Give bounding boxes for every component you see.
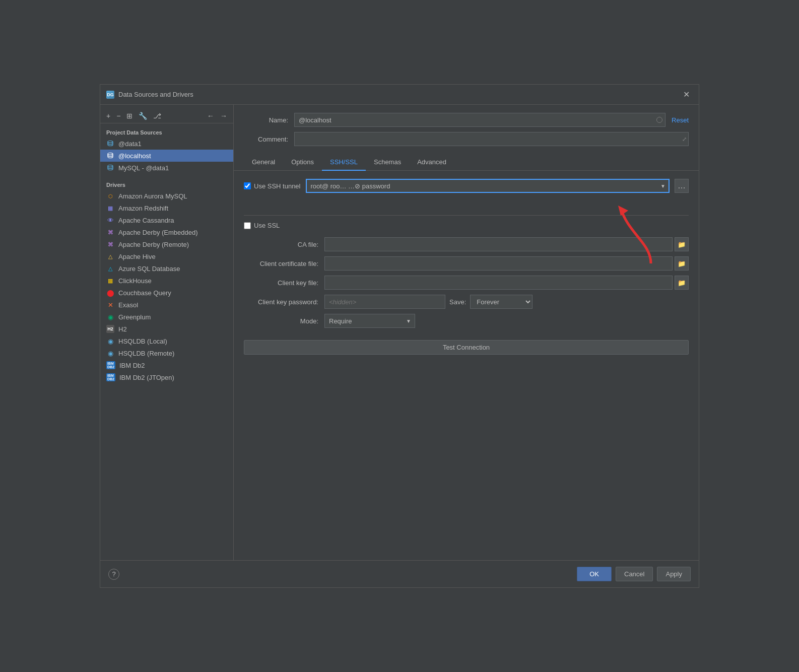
sidebar-item-label-derby-embedded: Apache Derby (Embedded) [118,229,198,236]
sidebar-item-label-ibm-db2-jtopen: IBM Db2 (JTOpen) [119,374,174,381]
copy-button[interactable]: ⊞ [124,111,135,121]
name-label: Name: [244,116,294,124]
client-key-password-input[interactable] [324,295,445,309]
sidebar-item-label-mysql-data1: MySQL - @data1 [118,164,169,172]
client-key-input[interactable] [324,276,673,290]
sidebar-item-label-cassandra: Apache Cassandra [118,217,174,224]
sidebar-item-apache-derby-embedded[interactable]: ⌘ Apache Derby (Embedded) [100,226,233,238]
right-panel-wrap: Name: Reset Comment: ⤢ [234,105,699,560]
ssh-tunnel-text: Use SSH tunnel [254,182,301,190]
sidebar-item-couchbase[interactable]: ⬤ Couchbase Query [100,287,233,299]
expand-icon[interactable]: ⤢ [682,136,687,143]
sidebar-item-clickhouse[interactable]: ▦ ClickHouse [100,275,233,287]
sidebar-item-label-hive: Apache Hive [118,253,156,260]
main-content: + − ⊞ 🔧 ⎇ ← → Project Data Sources [100,105,699,560]
project-section-label: Project Data Sources [100,127,233,138]
client-key-input-wrap: 📁 [324,276,689,290]
sidebar-item-ibm-db2-jtopen[interactable]: IBMDB2 IBM Db2 (JTOpen) [100,371,233,383]
sidebar-item-label-ibm-db2: IBM Db2 [119,362,145,369]
sidebar-item-h2[interactable]: H2 H2 [100,323,233,335]
ibm-db2-icon: IBMDB2 [106,361,115,369]
ok-button[interactable]: OK [577,567,612,581]
ssh-more-button[interactable]: … [675,179,689,193]
svg-point-0 [108,141,113,143]
test-connection-button[interactable]: Test Connection [244,340,689,355]
comment-input[interactable] [294,132,689,146]
tab-schemas[interactable]: Schemas [366,154,409,171]
sidebar-item-label-data1: @data1 [118,140,142,148]
sidebar-item-amazon-aurora-mysql[interactable]: ⬡ Amazon Aurora MySQL [100,190,233,202]
ca-file-folder-button[interactable]: 📁 [675,237,689,251]
name-dot [656,117,662,123]
derby-remote-icon: ⌘ [106,240,114,248]
hsqldb-remote-icon: ◉ [106,349,114,357]
back-button[interactable]: ← [205,111,216,121]
bottom-bar: ? OK Cancel Apply [100,560,699,587]
ssh-dropdown[interactable]: root@ roo… …⊘ password [306,179,670,193]
ssh-tunnel-checkbox[interactable] [244,182,251,189]
sidebar-item-exasol[interactable]: ✕ Exasol [100,299,233,311]
client-cert-input[interactable] [324,256,673,271]
db-icon-data1 [106,140,114,148]
client-cert-folder-button[interactable]: 📁 [675,256,689,271]
sidebar-item-apache-cassandra[interactable]: 👁 Apache Cassandra [100,214,233,226]
sidebar-item-apache-derby-remote[interactable]: ⌘ Apache Derby (Remote) [100,238,233,250]
sidebar-item-azure-sql[interactable]: △ Azure SQL Database [100,262,233,275]
ca-file-label: CA file: [244,241,324,248]
ssl-use-ssl-row: Use SSL [244,222,689,229]
name-input-wrap [294,113,665,127]
remove-button[interactable]: − [114,111,122,121]
close-button[interactable]: ✕ [680,89,693,100]
h2-icon: H2 [106,325,114,333]
settings-button[interactable]: 🔧 [137,111,149,121]
name-input[interactable] [294,113,665,127]
tab-advanced[interactable]: Advanced [409,154,454,171]
sidebar-item-label-azure: Azure SQL Database [118,265,180,273]
ssl-checkbox-label[interactable]: Use SSL [244,222,280,229]
ca-file-row: CA file: 📁 [244,237,689,251]
ssl-checkbox[interactable] [244,222,251,229]
save-dropdown[interactable]: Forever For Session Never [470,295,532,309]
sidebar-item-hsqldb-remote[interactable]: ◉ HSQLDB (Remote) [100,347,233,359]
aurora-icon: ⬡ [106,192,114,200]
apply-button[interactable]: Apply [657,567,691,581]
sidebar: + − ⊞ 🔧 ⎇ ← → Project Data Sources [100,105,234,560]
cancel-button[interactable]: Cancel [616,567,653,581]
help-button[interactable]: ? [108,569,119,580]
sidebar-item-localhost[interactable]: @localhost [100,150,233,162]
dialog: DG Data Sources and Drivers ✕ + − ⊞ 🔧 ⎇ … [100,84,699,588]
client-cert-input-wrap: 📁 [324,256,689,271]
ibm-db2-jtopen-icon: IBMDB2 [106,373,115,381]
sidebar-item-hsqldb-local[interactable]: ◉ HSQLDB (Local) [100,335,233,347]
forward-button[interactable]: → [218,111,229,121]
add-button[interactable]: + [104,111,112,121]
client-cert-label: Client certificate file: [244,260,324,267]
sidebar-item-label-hsqldb-local: HSQLDB (Local) [118,338,167,345]
sidebar-item-label-h2: H2 [118,325,127,333]
save-label: Save: [449,298,466,306]
drivers-section-label: Drivers [100,180,233,190]
sidebar-item-amazon-redshift[interactable]: ▦ Amazon Redshift [100,202,233,214]
divider-1 [244,215,689,216]
ssh-tunnel-label[interactable]: Use SSH tunnel [244,182,301,190]
sidebar-item-ibm-db2[interactable]: IBMDB2 IBM Db2 [100,359,233,371]
sidebar-item-data1[interactable]: @data1 [100,138,233,150]
ca-file-input[interactable] [324,237,673,251]
derby-embedded-icon: ⌘ [106,228,114,236]
mode-dropdown[interactable]: Require Verify CA Verify Full [324,314,415,328]
sidebar-item-label-hsqldb-remote: HSQLDB (Remote) [118,350,174,357]
tab-general[interactable]: General [244,154,283,171]
sidebar-item-greenplum[interactable]: ◉ Greenplum [100,311,233,323]
sidebar-item-label-greenplum: Greenplum [118,313,151,321]
tab-sshssl[interactable]: SSH/SSL [322,154,366,171]
tree-button[interactable]: ⎇ [151,111,163,121]
client-key-folder-button[interactable]: 📁 [675,276,689,290]
title-bar: DG Data Sources and Drivers ✕ [100,85,699,105]
sidebar-item-mysql-data1[interactable]: MySQL - @data1 [100,162,233,174]
sidebar-item-label-redshift: Amazon Redshift [118,205,168,212]
cassandra-icon: 👁 [106,216,114,224]
reset-button[interactable]: Reset [672,116,689,124]
comment-input-wrap: ⤢ [294,132,689,146]
tab-options[interactable]: Options [283,154,322,171]
sidebar-item-apache-hive[interactable]: △ Apache Hive [100,250,233,262]
